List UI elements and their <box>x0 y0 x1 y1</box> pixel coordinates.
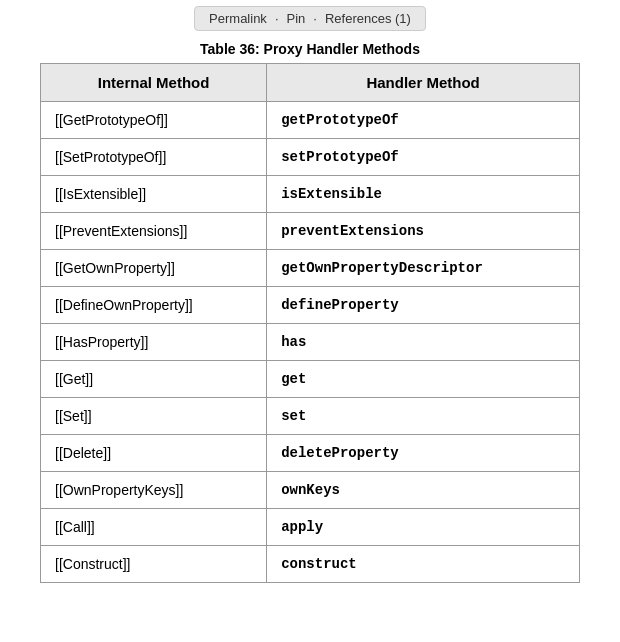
handler-method-cell: has <box>267 324 580 361</box>
references-label: References (1) <box>325 11 411 26</box>
table-row: [[Set]]set <box>41 398 580 435</box>
internal-method-cell: [[HasProperty]] <box>41 324 267 361</box>
internal-method-cell: [[Delete]] <box>41 435 267 472</box>
handler-method-cell: ownKeys <box>267 472 580 509</box>
table-caption: Table 36: Proxy Handler Methods <box>0 41 620 57</box>
table-row: [[Call]]apply <box>41 509 580 546</box>
table-row: [[DefineOwnProperty]]defineProperty <box>41 287 580 324</box>
table-row: [[HasProperty]]has <box>41 324 580 361</box>
handler-method-cell: isExtensible <box>267 176 580 213</box>
pin-label: Pin <box>287 11 306 26</box>
internal-method-cell: [[IsExtensible]] <box>41 176 267 213</box>
permalink-pin-references-button[interactable]: Permalink · Pin · References (1) <box>194 6 426 31</box>
handler-method-cell: getOwnPropertyDescriptor <box>267 250 580 287</box>
col-header-handler-method: Handler Method <box>267 64 580 102</box>
top-bar: Permalink · Pin · References (1) <box>0 0 620 41</box>
internal-method-cell: [[SetPrototypeOf]] <box>41 139 267 176</box>
internal-method-cell: [[OwnPropertyKeys]] <box>41 472 267 509</box>
handler-method-cell: construct <box>267 546 580 583</box>
handler-method-cell: defineProperty <box>267 287 580 324</box>
handler-method-cell: get <box>267 361 580 398</box>
table-row: [[IsExtensible]]isExtensible <box>41 176 580 213</box>
table-header-row: Internal Method Handler Method <box>41 64 580 102</box>
internal-method-cell: [[Get]] <box>41 361 267 398</box>
table-row: [[Construct]]construct <box>41 546 580 583</box>
table-row: [[OwnPropertyKeys]]ownKeys <box>41 472 580 509</box>
internal-method-cell: [[Call]] <box>41 509 267 546</box>
proxy-handler-methods-table: Internal Method Handler Method [[GetProt… <box>40 63 580 583</box>
internal-method-cell: [[GetOwnProperty]] <box>41 250 267 287</box>
permalink-label: Permalink <box>209 11 267 26</box>
internal-method-cell: [[GetPrototypeOf]] <box>41 102 267 139</box>
table-row: [[GetPrototypeOf]]getPrototypeOf <box>41 102 580 139</box>
table-row: [[PreventExtensions]]preventExtensions <box>41 213 580 250</box>
col-header-internal-method: Internal Method <box>41 64 267 102</box>
divider: · <box>275 11 279 26</box>
handler-method-cell: apply <box>267 509 580 546</box>
handler-method-cell: setPrototypeOf <box>267 139 580 176</box>
table-row: [[GetOwnProperty]]getOwnPropertyDescript… <box>41 250 580 287</box>
internal-method-cell: [[Construct]] <box>41 546 267 583</box>
handler-method-cell: getPrototypeOf <box>267 102 580 139</box>
divider2: · <box>313 11 317 26</box>
handler-method-cell: set <box>267 398 580 435</box>
table-row: [[Delete]]deleteProperty <box>41 435 580 472</box>
handler-method-cell: deleteProperty <box>267 435 580 472</box>
internal-method-cell: [[Set]] <box>41 398 267 435</box>
handler-method-cell: preventExtensions <box>267 213 580 250</box>
table-row: [[Get]]get <box>41 361 580 398</box>
table-wrapper: Internal Method Handler Method [[GetProt… <box>0 63 620 583</box>
internal-method-cell: [[DefineOwnProperty]] <box>41 287 267 324</box>
table-row: [[SetPrototypeOf]]setPrototypeOf <box>41 139 580 176</box>
internal-method-cell: [[PreventExtensions]] <box>41 213 267 250</box>
